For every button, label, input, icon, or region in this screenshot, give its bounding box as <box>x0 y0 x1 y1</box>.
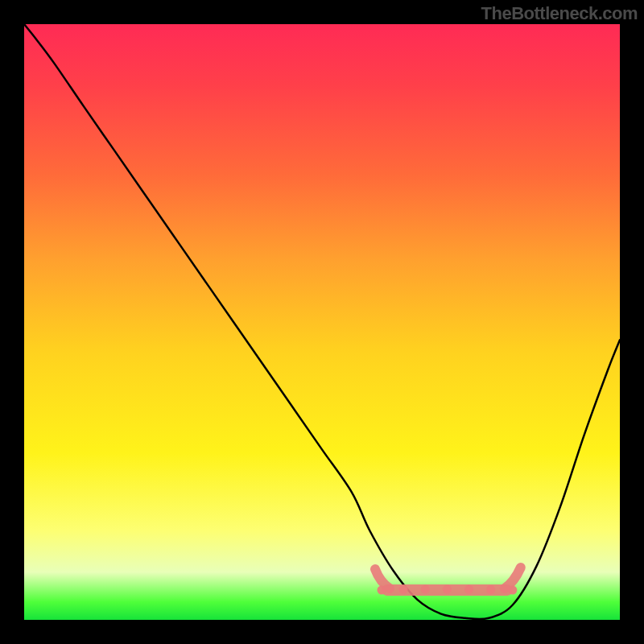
svg-point-1 <box>378 586 386 595</box>
flat-region-marker <box>375 568 521 596</box>
chart-svg-overlay <box>24 24 620 620</box>
watermark-text: TheBottleneck.com <box>481 3 638 24</box>
chart-frame: TheBottleneck.com <box>0 0 644 644</box>
curve-line <box>24 24 620 619</box>
svg-point-5 <box>464 585 473 594</box>
svg-point-2 <box>399 585 408 594</box>
svg-point-4 <box>443 585 452 594</box>
svg-point-7 <box>508 585 517 594</box>
svg-point-6 <box>486 585 495 594</box>
svg-point-3 <box>421 585 430 594</box>
